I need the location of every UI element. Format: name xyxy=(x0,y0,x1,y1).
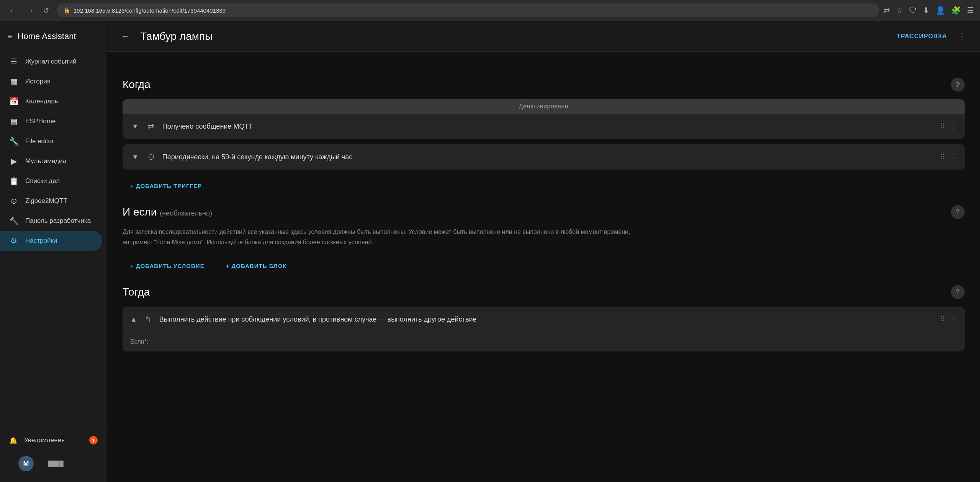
trigger-label-1: Получено сообщение MQTT xyxy=(162,123,934,131)
sidebar-item-label: История xyxy=(25,78,51,85)
then-action-buttons: ⠿ ⋮ xyxy=(940,315,957,324)
trigger-expand-button-1[interactable]: ▼ xyxy=(130,121,140,132)
sidebar-item-history[interactable]: ▦ История xyxy=(0,72,102,91)
hamburger-icon[interactable]: ≡ xyxy=(8,32,12,41)
file-editor-icon: 🔧 xyxy=(9,137,18,146)
sidebar-item-file-editor[interactable]: 🔧 File editor xyxy=(0,131,102,151)
sidebar-header: ≡ Home Assistant xyxy=(0,21,107,52)
drag-handle-icon-1[interactable]: ⠿ xyxy=(940,122,946,131)
then-title: Тогда xyxy=(123,286,150,298)
then-content: Если*: xyxy=(123,332,965,351)
trace-button[interactable]: ТРАССИРОВКА xyxy=(897,33,947,40)
nav-buttons: ← → ↺ xyxy=(6,4,52,16)
then-card-1: ▲ ↰ Выполнить действие при соблюдении ус… xyxy=(123,307,965,351)
sidebar-item-label: Настройки xyxy=(25,237,57,245)
sidebar-item-todo[interactable]: 📋 Списки дел xyxy=(0,171,102,191)
esphome-icon: ▤ xyxy=(9,117,18,126)
main-content: ← Тамбур лампы ТРАССИРОВКА ⋮ Когда ? Деа… xyxy=(107,21,980,482)
sidebar-bottom: 🔔 Уведомления 1 M ████ xyxy=(0,426,107,482)
sidebar-item-settings[interactable]: ⚙ Настройки xyxy=(0,231,102,251)
then-action-label: Выполнить действие при соблюдении услови… xyxy=(159,315,934,324)
sidebar-nav: ☰ Журнал событий ▦ История 📅 Календарь ▤… xyxy=(0,52,107,426)
sidebar-item-label: File editor xyxy=(25,137,54,145)
profile-icon[interactable]: 👤 xyxy=(936,6,945,15)
if-description: Для запуска последовательности действий … xyxy=(123,227,659,247)
sidebar-item-media[interactable]: ▶ Мультимедиа xyxy=(0,151,102,171)
sidebar: ≡ Home Assistant ☰ Журнал событий ▦ Исто… xyxy=(0,21,107,482)
trigger-expand-button-2[interactable]: ▼ xyxy=(130,152,140,163)
if-title: И если (необязательно) xyxy=(123,206,212,218)
download-icon[interactable]: ⬇ xyxy=(923,6,929,15)
forward-button[interactable]: → xyxy=(23,5,37,16)
notification-icon: 🔔 xyxy=(9,436,17,444)
trigger-card-2: ▼ ⏱ Периодически, на 59-й секунде каждую… xyxy=(123,144,965,170)
sidebar-item-label: Списки дел xyxy=(25,177,60,185)
sidebar-item-label: Календарь xyxy=(25,98,58,105)
then-more-icon[interactable]: ⋮ xyxy=(949,315,957,324)
add-trigger-button[interactable]: + ДОБАВИТЬ ТРИГГЕР xyxy=(123,179,209,193)
address-bar[interactable]: 🔒 192.168.165.5:8123/config/automation/e… xyxy=(57,3,879,17)
page-title: Тамбур лампы xyxy=(140,30,889,42)
back-button[interactable]: ← xyxy=(6,5,20,16)
trigger-more-icon-2[interactable]: ⋮ xyxy=(949,152,957,162)
mqtt-icon: ⇄ xyxy=(146,121,157,132)
if-help-icon[interactable]: ? xyxy=(951,205,965,219)
content-area: Когда ? Деактивировано ▼ ⇄ Получено сооб… xyxy=(107,52,980,482)
settings-icon: ⚙ xyxy=(9,236,18,245)
drag-handle-icon-2[interactable]: ⠿ xyxy=(940,152,946,162)
shield-icon[interactable]: 🛡 xyxy=(909,6,917,15)
sidebar-item-zigbee[interactable]: ⊙ Zigbee2MQTT xyxy=(0,191,102,211)
trigger-label-2: Периодически, на 59-й секунде каждую мин… xyxy=(162,153,934,161)
journal-icon: ☰ xyxy=(9,57,18,66)
menu-icon[interactable]: ☰ xyxy=(967,6,974,15)
trigger-more-icon-1[interactable]: ⋮ xyxy=(949,122,957,131)
app-layout: ≡ Home Assistant ☰ Журнал событий ▦ Исто… xyxy=(0,21,980,482)
sidebar-item-label: Мультимедиа xyxy=(25,157,66,165)
sidebar-item-label: Zigbee2MQTT xyxy=(25,197,67,205)
back-button[interactable]: ← xyxy=(118,28,133,44)
sidebar-item-developer[interactable]: 🔨 Панель разработчика xyxy=(0,211,102,231)
add-block-button[interactable]: + ДОБАВИТЬ БЛОК xyxy=(218,259,294,273)
user-info-text: ████ xyxy=(48,461,64,467)
then-section: Тогда ? ▲ ↰ Выполнить действие при соблю… xyxy=(123,285,965,351)
optional-label: (необязательно) xyxy=(160,209,212,217)
if-label: Если*: xyxy=(130,338,148,345)
timer-icon: ⏱ xyxy=(146,151,157,163)
user-info[interactable]: M ████ xyxy=(0,450,107,477)
if-action-buttons: + ДОБАВИТЬ УСЛОВИЕ + ДОБАВИТЬ БЛОК xyxy=(123,255,965,273)
if-else-icon: ↰ xyxy=(142,314,154,325)
trigger-actions-1: ⠿ ⋮ xyxy=(940,122,957,131)
sidebar-item-esphome[interactable]: ▤ ESPHome xyxy=(0,111,102,131)
drag-handle-icon-then[interactable]: ⠿ xyxy=(940,315,946,324)
when-section: Когда ? Деактивировано ▼ ⇄ Получено сооб… xyxy=(123,78,965,193)
when-help-icon[interactable]: ? xyxy=(951,78,965,91)
if-section: И если (необязательно) ? Для запуска пос… xyxy=(123,205,965,273)
translate-icon[interactable]: ⇄ xyxy=(883,6,890,15)
add-condition-button[interactable]: + ДОБАВИТЬ УСЛОВИЕ xyxy=(123,259,212,273)
then-help-icon[interactable]: ? xyxy=(951,285,965,299)
then-expand-button[interactable]: ▲ xyxy=(130,315,137,324)
reload-button[interactable]: ↺ xyxy=(40,4,52,16)
sidebar-item-calendar[interactable]: 📅 Календарь xyxy=(0,91,102,111)
star-icon[interactable]: ☆ xyxy=(896,6,903,15)
media-icon: ▶ xyxy=(9,157,18,166)
user-avatar[interactable]: M xyxy=(18,456,34,471)
trigger-row-1: ▼ ⇄ Получено сообщение MQTT ⠿ ⋮ xyxy=(123,114,965,139)
when-title: Когда xyxy=(123,78,151,91)
trigger-row-2: ▼ ⏱ Периодически, на 59-й секунде каждую… xyxy=(123,144,965,170)
calendar-icon: 📅 xyxy=(9,97,18,106)
more-menu-icon[interactable]: ⋮ xyxy=(955,28,969,44)
notification-item[interactable]: 🔔 Уведомления 1 xyxy=(0,431,107,450)
trigger-card-1: Деактивировано ▼ ⇄ Получено сообщение MQ… xyxy=(123,99,965,139)
sidebar-title: Home Assistant xyxy=(18,31,76,41)
then-section-header: Тогда ? xyxy=(123,285,965,299)
trigger-actions-2: ⠿ ⋮ xyxy=(940,152,957,162)
developer-icon: 🔨 xyxy=(9,216,18,225)
extensions-icon[interactable]: 🧩 xyxy=(951,6,961,15)
when-section-header: Когда ? xyxy=(123,78,965,91)
zigbee-icon: ⊙ xyxy=(9,196,18,206)
sidebar-item-label: Журнал событий xyxy=(25,58,77,65)
browser-chrome: ← → ↺ 🔒 192.168.165.5:8123/config/automa… xyxy=(0,0,980,21)
sidebar-item-journal[interactable]: ☰ Журнал событий xyxy=(0,52,102,72)
lock-icon: 🔒 xyxy=(63,7,70,14)
